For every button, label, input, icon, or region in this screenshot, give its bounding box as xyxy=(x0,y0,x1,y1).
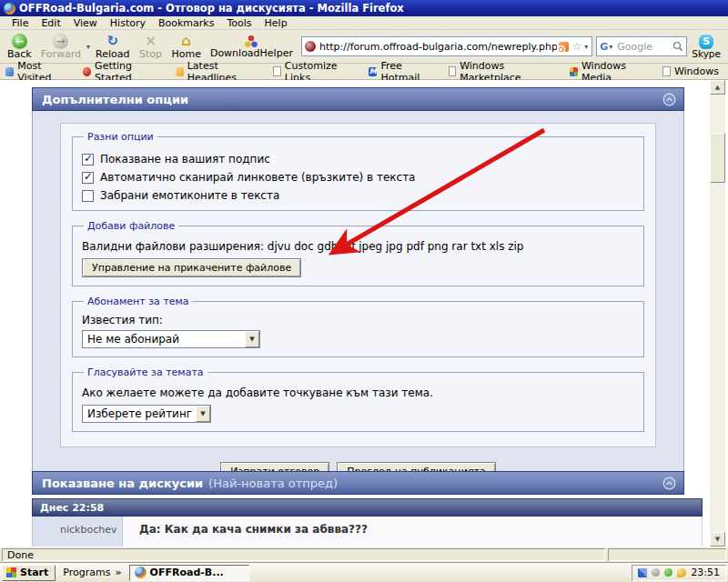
firefox-task-button[interactable]: OFFRoad-B... xyxy=(129,565,249,581)
chevron-more-icon[interactable]: » xyxy=(115,567,121,578)
window-title: OFFRoad-Bulgaria.com - Отговор на дискус… xyxy=(19,2,404,15)
firefox-icon xyxy=(135,567,147,578)
collapse-icon[interactable] xyxy=(662,477,676,490)
reload-icon: ↻ xyxy=(106,34,118,49)
subscription-select[interactable]: Не ме абонирай ▼ xyxy=(82,330,260,348)
rating-legend: Гласувайте за темата xyxy=(84,366,207,378)
tray-icon-1[interactable] xyxy=(638,568,647,577)
post-row: nickbochev Да: Как да кача снимки за абв… xyxy=(32,517,703,547)
option-row: Автоматично сканирай линковете (връзките… xyxy=(82,171,634,184)
skype-button[interactable]: S Skype xyxy=(687,35,725,59)
vertical-scrollbar[interactable]: ▲ ▼ xyxy=(710,80,725,547)
thread-display-title: Показване на дискусии xyxy=(42,477,203,490)
checkbox-label: Автоматично сканирай линковете (връзките… xyxy=(100,171,415,184)
hotmail-icon: M xyxy=(369,67,377,76)
chevron-down-icon[interactable]: ▼ xyxy=(245,331,259,347)
rating-fieldset: Гласувайте за темата Ако желаете можете … xyxy=(72,366,644,432)
start-button[interactable]: Start xyxy=(2,565,56,581)
post-subject[interactable]: Да: Как да кача снимки за абвва??? xyxy=(123,517,703,547)
menu-bookmarks[interactable]: Bookmarks xyxy=(152,17,220,29)
menu-bar: File Edit View History Bookmarks Tools H… xyxy=(0,16,728,30)
misc-options-legend: Разни опции xyxy=(84,131,157,143)
rating-hint-text: Ако желаете можете да добавите точкуване… xyxy=(82,386,634,399)
collapse-icon[interactable] xyxy=(662,93,676,106)
option-row: Забрани емотиконите в текста xyxy=(82,189,634,202)
downloadhelper-button[interactable]: DownloadHelper xyxy=(206,34,298,60)
forward-button[interactable]: → Forward xyxy=(36,33,86,61)
live-feed-icon xyxy=(176,67,184,76)
subscription-selected-value: Не ме абонирай xyxy=(83,333,184,346)
url-dropdown-icon[interactable]: ▾ xyxy=(584,43,588,51)
tray-icon-4[interactable] xyxy=(677,568,686,577)
page-icon xyxy=(449,66,456,76)
manage-attachments-button[interactable]: Управление на прикачените файлове xyxy=(82,258,301,277)
page-icon xyxy=(662,66,671,76)
checkbox-label: Показване на вашият подпис xyxy=(100,153,270,166)
url-bar[interactable]: http://forum.offroad-bulgaria.com/newrep… xyxy=(301,36,592,56)
search-engine-icon[interactable]: G xyxy=(600,41,608,53)
additional-options-header: Допълнителни опции xyxy=(32,87,684,111)
menu-tools[interactable]: Tools xyxy=(220,17,258,29)
post-username[interactable]: nickbochev xyxy=(32,517,123,547)
bookmark-star-icon[interactable]: ☆ xyxy=(572,40,582,53)
nav-toolbar: ← Back → Forward ▾ ↻ Reload × Stop ⌂ Hom… xyxy=(0,30,728,64)
panel-title: Допълнителни опции xyxy=(42,93,188,106)
attach-files-fieldset: Добави файлове Валидни файлови разширени… xyxy=(72,220,644,286)
option-row: Показване на вашият подпис xyxy=(82,153,634,166)
history-dropdown-icon[interactable]: ▾ xyxy=(86,43,90,51)
scroll-down-button[interactable]: ▼ xyxy=(710,532,725,547)
tray-icon-3[interactable] xyxy=(664,568,672,577)
search-icon[interactable] xyxy=(672,41,683,52)
programs-toolbar[interactable]: Programs » xyxy=(56,567,128,578)
menu-help[interactable]: Help xyxy=(258,17,294,29)
search-box[interactable]: G ▾ Google xyxy=(596,36,687,56)
menu-edit[interactable]: Edit xyxy=(35,17,66,29)
back-button[interactable]: ← Back xyxy=(3,33,36,61)
stop-icon: × xyxy=(145,34,157,49)
bookmarks-toolbar: Most Visited Getting Started Latest Head… xyxy=(0,64,728,80)
reload-button[interactable]: ↻ Reload xyxy=(91,33,134,61)
menu-view[interactable]: View xyxy=(67,17,104,29)
show-signature-checkbox[interactable] xyxy=(82,154,94,166)
parse-links-checkbox[interactable] xyxy=(82,172,94,184)
system-tray: 23:51 xyxy=(632,565,726,581)
additional-options-panel: Допълнителни опции Разни опции Показване… xyxy=(32,87,684,493)
thread-display-header: Показване на дискусии (Най-новата отпред… xyxy=(32,471,684,495)
forward-icon: → xyxy=(53,34,68,49)
feed-icon[interactable] xyxy=(559,42,569,52)
stop-button[interactable]: × Stop xyxy=(134,33,167,61)
panel-body: Разни опции Показване на вашият подпис А… xyxy=(32,111,684,493)
thread-display-subtitle: (Най-новата отпред) xyxy=(208,477,338,490)
back-icon: ← xyxy=(12,34,27,49)
date-header-text: Днес 22:58 xyxy=(40,502,104,514)
browser-viewport: Допълнителни опции Разни опции Показване… xyxy=(0,80,728,547)
window-titlebar: OFFRoad-Bulgaria.com - Отговор на дискус… xyxy=(0,0,728,16)
firefox-icon xyxy=(4,3,15,15)
scroll-up-button[interactable]: ▲ xyxy=(710,80,725,95)
url-text[interactable]: http://forum.offroad-bulgaria.com/newrep… xyxy=(319,41,557,53)
downloadhelper-icon xyxy=(244,35,258,48)
notification-type-label: Известия тип: xyxy=(82,314,634,326)
windows-logo-icon xyxy=(6,567,16,577)
scrollbar-thumb[interactable] xyxy=(710,133,725,183)
tray-icon-2[interactable] xyxy=(652,568,660,577)
home-icon: ⌂ xyxy=(181,34,191,49)
site-favicon xyxy=(305,41,316,52)
status-text: Done xyxy=(2,548,605,561)
subscription-fieldset: Абонамент за тема Известия тип: Не ме аб… xyxy=(72,296,644,357)
firefox-ball-icon xyxy=(83,67,91,76)
search-engine-dropdown-icon[interactable]: ▾ xyxy=(609,43,612,51)
search-input[interactable]: Google xyxy=(613,41,672,53)
chevron-down-icon[interactable]: ▼ xyxy=(196,406,210,422)
menu-history[interactable]: History xyxy=(104,17,152,29)
options-inner-box: Разни опции Показване на вашият подпис А… xyxy=(60,123,656,447)
page-icon xyxy=(273,66,280,76)
rating-selected-value: Изберете рейтинг xyxy=(83,407,196,420)
rating-select[interactable]: Изберете рейтинг ▼ xyxy=(82,405,211,423)
bookmark-windows[interactable]: Windows xyxy=(662,65,719,77)
home-button[interactable]: ⌂ Home xyxy=(167,33,205,61)
date-header-bar: Днес 22:58 xyxy=(32,498,703,517)
disable-smilies-checkbox[interactable] xyxy=(82,190,94,202)
thread-display-section: Показване на дискусии (Най-новата отпред… xyxy=(32,471,703,547)
menu-file[interactable]: File xyxy=(5,17,35,29)
